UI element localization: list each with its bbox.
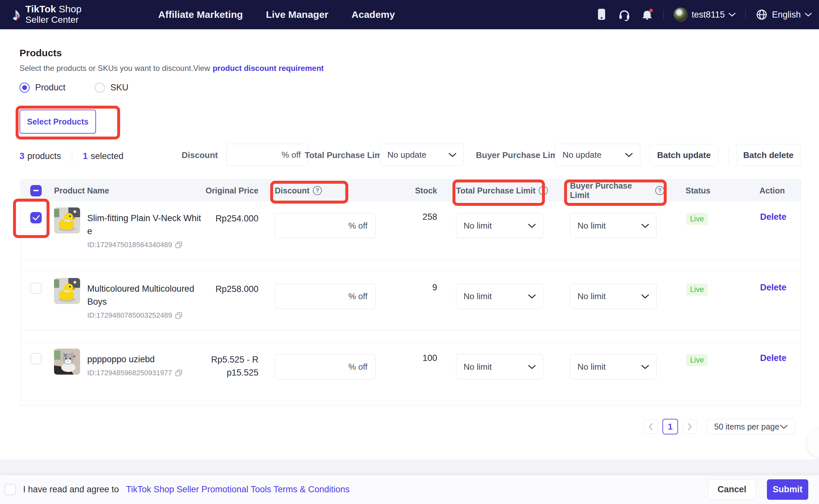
product-name[interactable]: Slim-fitting Plain V-Neck White	[87, 213, 201, 236]
tiktok-logo-icon: ♪	[12, 4, 21, 25]
radio-product-circle[interactable]	[20, 83, 30, 93]
chevron-down-icon	[449, 153, 456, 157]
stock-value: 100	[383, 349, 440, 363]
copy-icon[interactable]	[175, 369, 182, 377]
agree-text: I have read and agree to	[23, 484, 119, 495]
brand-subtitle: Seller Center	[25, 14, 81, 25]
buyer-purchase-limit-select[interactable]: No limit	[570, 213, 657, 238]
user-avatar	[674, 7, 688, 22]
radio-product[interactable]: Product	[20, 83, 65, 93]
total-purchase-limit-select[interactable]: No limit	[456, 213, 543, 238]
batch-total-purchase-limit-label: Total Purchase Limit	[305, 150, 387, 160]
product-info: Multicoloured Multicoloured Boys ID:1729…	[87, 278, 202, 320]
batch-delete-button[interactable]: Batch delete	[736, 144, 800, 166]
buyer-purchase-limit-select[interactable]: No limit	[570, 284, 657, 309]
delete-link[interactable]: Delete	[760, 283, 786, 292]
nav-divider	[745, 10, 746, 20]
select-all-checkbox[interactable]	[30, 185, 42, 196]
row-checkbox[interactable]	[30, 353, 42, 365]
header-total-purchase-limit: Total Purchase Limit ?	[440, 186, 550, 195]
discount-input[interactable]	[275, 354, 376, 379]
support-headset-icon[interactable]	[618, 8, 631, 21]
buyer-purchase-limit-value: No limit	[577, 221, 606, 231]
total-purchase-limit-cell: No limit	[440, 349, 550, 379]
notifications-bell-icon[interactable]	[641, 8, 654, 21]
radio-sku[interactable]: SKU	[95, 83, 128, 93]
action-cell: Delete	[726, 278, 801, 293]
row-checkbox[interactable]	[30, 212, 42, 223]
mobile-app-icon[interactable]	[595, 8, 608, 21]
discount-input[interactable]	[275, 213, 376, 238]
buyer-purchase-limit-help-icon[interactable]: ?	[655, 186, 665, 195]
original-price: Rp258.000	[202, 278, 261, 296]
product-image	[54, 349, 80, 375]
delete-link[interactable]: Delete	[760, 212, 786, 222]
product-discount-requirement-link[interactable]: product discount requirement	[213, 64, 324, 73]
product-id: ID:1729485968250931977	[87, 369, 202, 377]
nav-link-affiliate-marketing[interactable]: Affiliate Marketing	[158, 9, 243, 20]
radio-sku-circle[interactable]	[95, 83, 105, 93]
chevron-down-icon	[528, 365, 536, 369]
chevron-down-icon	[805, 12, 812, 17]
product-cell: Multicoloured Multicoloured Boys ID:1729…	[54, 278, 202, 320]
main-content: Products Select the products or SKUs you…	[0, 29, 819, 459]
pagination-next-button[interactable]	[683, 419, 697, 434]
header-discount-label: Discount	[275, 186, 310, 195]
brand-logo[interactable]: ♪ TikTok Shop Seller Center	[12, 4, 81, 25]
copy-icon[interactable]	[175, 312, 182, 319]
user-menu[interactable]: test8115	[674, 7, 736, 22]
page-subtitle: Select the products or SKUs you want to …	[20, 64, 324, 73]
batch-total-purchase-limit-select[interactable]: No update	[380, 144, 464, 166]
product-image	[54, 278, 80, 304]
product-name[interactable]: Multicoloured Multicoloured Boys	[87, 284, 194, 307]
pagination-prev-button[interactable]	[644, 419, 658, 434]
row-checkbox[interactable]	[30, 283, 42, 294]
discount-input[interactable]	[275, 284, 376, 309]
status-cell: Live	[665, 207, 726, 225]
items-per-page-select[interactable]: 50 items per page	[707, 419, 795, 434]
table-row: Multicoloured Multicoloured Boys ID:1729…	[21, 272, 800, 330]
status-badge: Live	[686, 284, 708, 296]
batch-update-button[interactable]: Batch update	[650, 144, 718, 166]
product-image	[54, 207, 80, 233]
terms-and-conditions-link[interactable]: TikTok Shop Seller Promotional Tools Ter…	[126, 484, 350, 495]
total-purchase-limit-help-icon[interactable]: ?	[539, 186, 548, 195]
batch-buttons-divider	[728, 147, 729, 163]
table-row: ppppoppo uziebd ID:1729485968250931977 R…	[21, 342, 800, 401]
product-id-text: ID:1729485968250931977	[87, 369, 172, 377]
buyer-purchase-limit-value: No limit	[577, 291, 606, 301]
product-id-text: ID:1729480785003252489	[87, 311, 172, 320]
total-purchase-limit-value: No limit	[463, 221, 492, 231]
pagination: 1 50 items per page	[644, 419, 795, 434]
copy-icon[interactable]	[175, 241, 182, 249]
discount-cell	[261, 349, 383, 379]
batch-discount-label: Discount	[181, 150, 218, 160]
discount-help-icon[interactable]: ?	[313, 186, 322, 195]
cancel-button[interactable]: Cancel	[708, 479, 756, 500]
product-id: ID:1729480785003252489	[87, 311, 202, 320]
action-cell: Delete	[726, 349, 801, 363]
batch-buyer-purchase-limit-select[interactable]: No update	[555, 144, 640, 166]
counts-divider	[72, 149, 72, 164]
buyer-purchase-limit-select[interactable]: No limit	[570, 354, 657, 379]
batch-discount-input[interactable]	[226, 144, 308, 166]
total-purchase-limit-select[interactable]: No limit	[456, 354, 543, 379]
total-purchase-limit-cell: No limit	[440, 207, 550, 238]
select-products-button[interactable]: Select Products	[20, 110, 96, 134]
radio-product-label: Product	[35, 83, 65, 93]
original-price: Rp5.525 - Rp15.525	[202, 349, 261, 379]
submit-button[interactable]: Submit	[767, 479, 808, 500]
product-name[interactable]: ppppoppo uziebd	[87, 354, 154, 364]
pagination-page-1[interactable]: 1	[663, 419, 678, 434]
nav-link-academy[interactable]: Academy	[352, 9, 395, 20]
buyer-purchase-limit-cell: No limit	[550, 349, 665, 379]
header-action: Action	[726, 186, 801, 195]
terms-checkbox[interactable]	[5, 484, 16, 495]
product-id-text: ID:1729475018564340489	[87, 241, 172, 249]
nav-link-live-manager[interactable]: Live Manager	[266, 9, 329, 20]
total-purchase-limit-select[interactable]: No limit	[456, 284, 543, 309]
language-selector[interactable]: English	[756, 8, 812, 21]
selected-count: 1	[83, 151, 88, 161]
delete-link[interactable]: Delete	[760, 353, 786, 363]
nav-divider	[664, 10, 664, 20]
